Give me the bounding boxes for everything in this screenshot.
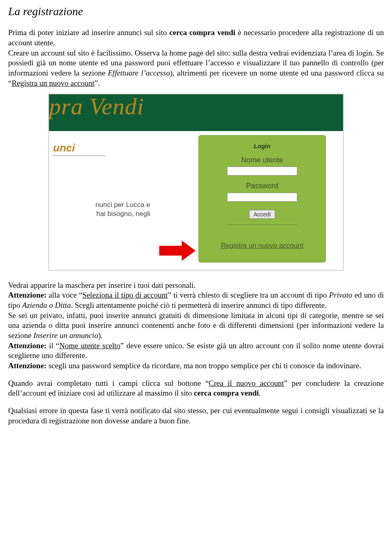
snippet-line: hai bisogno, negli	[96, 210, 150, 218]
text: il “	[47, 341, 59, 350]
right-band	[331, 94, 343, 131]
para-attention-1: Attenzione: alla voce “Seleziona il tipo…	[8, 290, 384, 310]
para-mask: Vedrai apparire la maschera per inserire…	[8, 280, 384, 291]
red-arrow-icon	[159, 240, 196, 261]
option-company: Azienda o Ditta	[22, 301, 71, 309]
para-attention-2: Attenzione: il “Nome utente scelto” deve…	[8, 341, 384, 361]
text: ).	[98, 331, 102, 340]
para-private-info: Se sei un privato, infatti, puoi inserir…	[8, 311, 384, 341]
text: scegli una password semplice da ricordar…	[47, 361, 361, 370]
intro-para-2: Creare un account sul sito è facilissimo…	[8, 48, 384, 89]
para-errors: Qualsiasi errore in questa fase ti verrà…	[8, 406, 384, 426]
screenshot: pra Vendi unci nunci per Lucca e hai bis…	[48, 93, 344, 271]
section-ref: Inserire un annuncio	[33, 331, 98, 340]
site-name: cerca compra vendi	[169, 28, 235, 37]
section-ref: Effettuare l’accesso	[108, 69, 170, 77]
screenshot-figure: pra Vendi unci nunci per Lucca e hai bis…	[8, 93, 384, 271]
intro-para-1: Prima di poter iniziare ad inserire annu…	[8, 28, 384, 48]
para-attention-3: Attenzione: scegli una password semplice…	[8, 361, 384, 371]
register-link[interactable]: Registra un nuovo account	[199, 241, 325, 250]
login-button[interactable]: Accedi	[249, 210, 275, 219]
link-text: Registra un nuovo account	[11, 79, 94, 87]
button-name: Crea il nuovo account	[209, 379, 284, 387]
site-name: cerca compra vendi	[194, 389, 259, 397]
site-logo-fragment: pra Vendi	[49, 93, 144, 122]
attention-label: Attenzione:	[8, 291, 47, 299]
text: . Scegli attentamente poiché ciò ti perm…	[71, 301, 327, 309]
password-input[interactable]	[227, 193, 297, 202]
field-name: Seleziona il tipo di account	[82, 291, 168, 299]
option-private: Privato	[329, 291, 352, 299]
username-input[interactable]	[227, 167, 297, 176]
divider	[227, 225, 297, 225]
text: Quando avrai completato tutti i campi cl…	[8, 379, 209, 387]
text: Prima di poter iniziare ad inserire annu…	[8, 28, 169, 37]
password-label: Password	[199, 181, 325, 191]
text: alla voce “	[47, 291, 82, 299]
username-label: Nome utente	[199, 156, 325, 165]
text: .	[259, 389, 261, 397]
text-snippet: nunci per Lucca e hai bisogno, negli	[52, 200, 150, 218]
text: ” ti verrà chiesto di scegliere tra un a…	[168, 291, 329, 299]
login-heading: Login	[199, 142, 325, 150]
snippet-line: nunci per Lucca e	[96, 201, 150, 209]
attention-label: Attenzione:	[8, 341, 47, 350]
text: ”.	[95, 79, 100, 87]
attention-label: Attenzione:	[8, 361, 47, 370]
field-name: Nome utente scelto	[59, 341, 120, 350]
word-fragment: unci	[53, 141, 75, 155]
page-title: La registrazione	[8, 4, 384, 19]
para-create: Quando avrai completato tutti i campi cl…	[8, 378, 384, 398]
login-box: Login Nome utente Password Accedi Regist…	[198, 135, 326, 263]
divider	[52, 156, 105, 156]
